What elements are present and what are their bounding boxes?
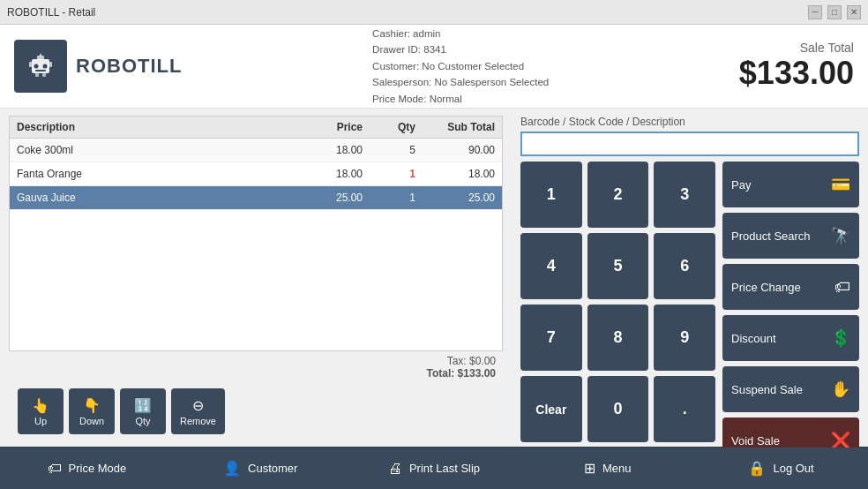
numpad-and-actions: 1 2 3 4 5 6 7 8 9 Clear 0 . Enter ⌨ Pay … [520,162,859,463]
log-out-icon: 🔒 [748,460,766,477]
num-8-button[interactable]: 8 [587,305,649,371]
svg-point-4 [43,64,48,69]
up-icon: 👆 [32,397,49,414]
pay-label: Pay [731,178,751,192]
customer-info: Customer: No Customer Selected [372,58,549,74]
row-qty: 5 [363,144,415,156]
down-label: Down [79,416,104,426]
left-panel: Description Price Qty Sub Total Coke 300… [0,109,512,447]
right-panel: Barcode / Stock Code / Description 1 2 3… [512,109,868,447]
customer-footer-icon: 👤 [223,460,241,477]
table-header: Description Price Qty Sub Total [10,117,502,139]
decimal-button[interactable]: . [654,376,715,442]
svg-rect-7 [49,62,52,67]
svg-rect-2 [40,54,41,56]
print-last-slip-footer[interactable]: 🖨 Print Last Slip [348,448,521,489]
log-out-label: Log Out [773,462,813,475]
row-description: Gauva Juice [17,192,292,204]
svg-rect-9 [42,73,46,77]
suspend-sale-label: Suspend Sale [731,383,803,396]
row-price: 25.00 [292,192,363,204]
row-price: 18.00 [292,144,363,156]
num-4-button[interactable]: 4 [520,233,582,299]
menu-footer[interactable]: ⊞ Menu [520,448,694,489]
table-row[interactable]: Fanta Orange 18.00 1 18.00 [10,162,502,186]
tax-line: Tax: $0.00 [16,355,496,367]
product-search-label: Product Search [731,229,811,243]
salesperson-info: Salesperson: No Salesperson Selected [372,74,549,90]
row-subtotal: 90.00 [415,144,495,156]
down-button[interactable]: 👇 Down [69,388,115,434]
col-price: Price [292,121,363,133]
remove-label: Remove [180,416,216,426]
pay-button[interactable]: Pay 💳 [722,162,859,207]
title-bar: ROBOTILL - Retail ─ □ ✕ [0,0,868,25]
discount-button[interactable]: Discount 💲 [722,315,859,361]
table-row[interactable]: Gauva Juice 25.00 1 25.00 [10,186,502,210]
num-2-button[interactable]: 2 [587,162,649,228]
sale-total-section: Sale Total $133.00 [739,41,854,92]
price-change-icon: 🏷 [834,278,850,297]
num-1-button[interactable]: 1 [520,162,582,228]
restore-button[interactable]: □ [827,5,842,19]
col-subtotal: Sub Total [415,121,495,133]
num-0-button[interactable]: 0 [587,376,649,442]
drawer-info: Drawer ID: 8341 [372,41,549,57]
qty-label: Qty [135,416,150,426]
barcode-input[interactable] [520,132,859,156]
minimize-button[interactable]: ─ [808,5,822,19]
remove-button[interactable]: ⊖ Remove [171,388,225,434]
numpad: 1 2 3 4 5 6 7 8 9 Clear 0 . Enter ⌨ [520,162,715,463]
footer-bar: 🏷 Price Mode 👤 Customer 🖨 Print Last Sli… [0,447,868,489]
product-search-button[interactable]: Product Search 🔭 [722,213,859,259]
down-icon: 👇 [83,397,101,414]
row-price: 18.00 [292,168,363,180]
num-3-button[interactable]: 3 [654,162,715,228]
price-mode-footer-label: Price Mode [69,462,127,475]
logo-text: ROBOTILL [76,55,182,78]
row-qty: 1 [363,192,415,204]
pay-icon: 💳 [831,175,850,194]
print-last-slip-label: Print Last Slip [409,462,480,475]
num-7-button[interactable]: 7 [520,305,582,371]
svg-rect-5 [35,70,46,71]
price-mode-info: Price Mode: Normal [372,91,549,107]
row-subtotal: 25.00 [415,192,495,204]
up-button[interactable]: 👆 Up [18,388,64,434]
header: ROBOTILL Cashier: admin Drawer ID: 8341 … [0,25,868,109]
remove-icon: ⊖ [192,397,204,414]
num-6-button[interactable]: 6 [654,233,715,299]
customer-footer[interactable]: 👤 Customer [174,448,348,489]
sale-table: Description Price Qty Sub Total Coke 300… [9,116,503,351]
row-subtotal: 18.00 [415,168,495,180]
customer-footer-label: Customer [248,462,297,475]
row-qty: 1 [363,168,415,180]
col-qty: Qty [363,121,415,133]
print-last-slip-icon: 🖨 [388,461,402,477]
up-label: Up [34,416,47,426]
log-out-footer[interactable]: 🔒 Log Out [694,448,868,489]
price-mode-footer[interactable]: 🏷 Price Mode [0,448,174,489]
table-body: Coke 300ml 18.00 5 90.00 Fanta Orange 18… [10,139,502,210]
barcode-label: Barcode / Stock Code / Description [520,116,859,128]
window-controls: ─ □ ✕ [808,5,861,19]
col-description: Description [17,121,292,133]
discount-label: Discount [731,332,776,345]
num-9-button[interactable]: 9 [654,305,715,371]
bottom-controls: 👆 Up 👇 Down 🔢 Qty ⊖ Remove [9,383,503,440]
price-mode-footer-icon: 🏷 [48,461,62,477]
table-footer: Tax: $0.00 Total: $133.00 [9,351,503,383]
suspend-sale-button[interactable]: Suspend Sale ✋ [722,366,859,412]
logo-box [14,40,67,93]
cashier-info: Cashier: admin [372,26,549,41]
svg-rect-6 [29,62,32,67]
qty-button[interactable]: 🔢 Qty [120,388,166,434]
num-5-button[interactable]: 5 [587,233,649,299]
close-button[interactable]: ✕ [847,5,861,19]
price-change-button[interactable]: Price Change 🏷 [722,264,859,310]
clear-button[interactable]: Clear [520,376,582,442]
robot-icon [25,50,56,82]
table-row[interactable]: Coke 300ml 18.00 5 90.00 [10,139,502,162]
svg-point-3 [34,64,39,69]
row-description: Fanta Orange [17,168,292,180]
